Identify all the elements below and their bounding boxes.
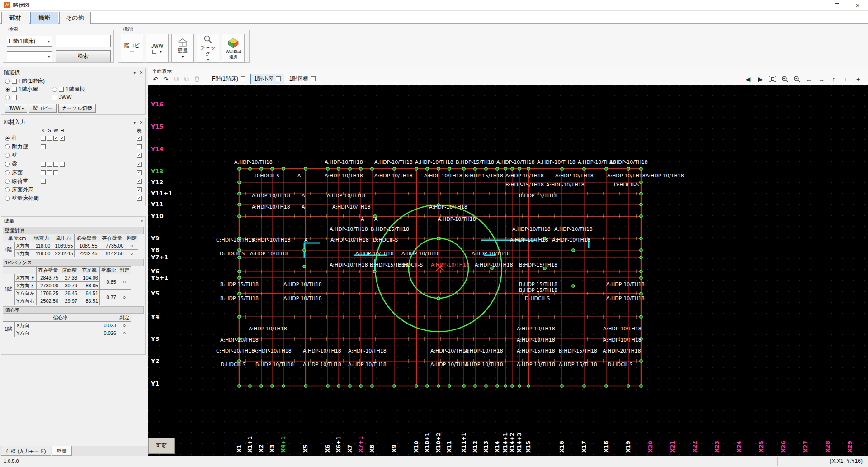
layer-toggle-koya[interactable]: 1階小屋 (250, 74, 284, 84)
part-checkbox[interactable] (41, 136, 46, 141)
part-checkbox[interactable] (53, 170, 58, 175)
anchor-dot (238, 270, 241, 273)
part-checkbox[interactable] (41, 144, 46, 149)
part-checkbox[interactable] (53, 162, 58, 167)
cad-canvas[interactable]: A:HDP-10/TH18A:HDP-10/TH18A:HDP-10/TH18A… (148, 85, 868, 456)
part-show-checkbox[interactable]: ✓ (137, 196, 142, 201)
paste-icon[interactable]: ⧉ (182, 75, 191, 84)
tab-others[interactable]: その他 (59, 12, 91, 24)
layer-toggle-yane[interactable]: 1階屋根 (286, 74, 320, 84)
part-checkbox[interactable] (41, 179, 46, 184)
floor-filter-select[interactable]: F階(1階床) ▾ (7, 36, 52, 47)
jww-checkbox[interactable] (152, 50, 156, 54)
delete-icon[interactable] (193, 75, 202, 84)
part-radio[interactable] (5, 187, 10, 192)
check-button[interactable]: チェック ▼ (197, 34, 219, 63)
wall-quantity-panel: 壁量 ▾ 壁量計算 単位:cm 地震力 風圧力 必要壁量 存在壁量 判定 1階 … (1, 216, 146, 355)
tab-parts[interactable]: 部材 (1, 12, 29, 24)
collapse-icon[interactable]: ▾ (133, 120, 136, 125)
part-checkbox[interactable] (41, 170, 46, 175)
part-show-checkbox[interactable]: ✓ (137, 162, 142, 167)
layer-toggle-f1[interactable]: F階(1階床) (208, 74, 249, 84)
floor-copy-button[interactable]: 階コピー (121, 34, 143, 63)
part-show-checkbox[interactable] (137, 144, 142, 149)
y-axis-label: Y16 (151, 101, 164, 108)
secondary-select[interactable]: ▾ (7, 51, 52, 62)
y-axis-label: Y7+1 (151, 254, 168, 261)
dropdown-icon[interactable]: ▼ (159, 50, 163, 54)
close-button[interactable]: × (847, 0, 868, 10)
pan-down-icon[interactable]: ↓ (841, 75, 850, 84)
search-input[interactable] (56, 35, 111, 47)
status-separator (777, 457, 778, 466)
layer-checkbox[interactable] (276, 76, 281, 81)
variable-mode-box[interactable]: 可変 (148, 438, 175, 454)
tab-functions[interactable]: 機能 (30, 12, 58, 24)
floor-copy-small-button[interactable]: 階コピー (29, 104, 57, 113)
part-show-checkbox[interactable]: ✓ (137, 136, 142, 141)
floor-radio-koya[interactable] (5, 87, 10, 92)
zoom-step-icon[interactable]: + (854, 75, 863, 84)
dropdown-icon[interactable]: ▼ (206, 58, 210, 62)
part-radio[interactable] (5, 179, 10, 184)
prev-page-icon[interactable]: ◀ (744, 75, 753, 84)
jww-menu-button[interactable]: JWW▾ (5, 104, 27, 113)
floor-checkbox-extra[interactable] (12, 95, 17, 100)
part-checkbox[interactable] (47, 162, 52, 167)
layer-checkbox[interactable] (241, 76, 245, 81)
cursor-toggle-button[interactable]: カーソル切替 (58, 104, 96, 113)
anchor-dot (349, 167, 351, 170)
part-show-checkbox[interactable]: ✓ (137, 187, 142, 192)
part-show-checkbox[interactable]: ✓ (137, 170, 142, 175)
part-radio[interactable] (5, 136, 10, 141)
search-button[interactable]: 検索 (56, 50, 111, 62)
floor-checkbox-yane[interactable] (59, 87, 64, 92)
part-show-checkbox[interactable]: ✓ (137, 153, 142, 158)
minimize-button[interactable] (806, 0, 826, 10)
undo-icon[interactable]: ↶ (151, 75, 160, 84)
part-show-checkbox[interactable]: ✓ (137, 179, 142, 184)
x-axis-label: X10 (413, 441, 420, 453)
maximize-button[interactable] (826, 0, 847, 10)
floor-checkbox-koya[interactable] (12, 87, 17, 92)
part-row-1: 耐力壁 (1, 143, 145, 151)
close-icon[interactable]: × (140, 119, 143, 126)
redo-icon[interactable]: ↷ (161, 75, 170, 84)
pan-left-icon[interactable]: ← (805, 75, 814, 84)
floor-radio-f1[interactable] (5, 79, 10, 84)
part-radio[interactable] (5, 144, 10, 149)
dropdown-icon[interactable]: ▼ (181, 55, 184, 59)
part-checkbox[interactable] (60, 162, 65, 167)
pan-right-icon[interactable]: → (817, 75, 826, 84)
collapse-icon[interactable]: ▾ (133, 71, 136, 75)
pan-up-icon[interactable]: ↑ (829, 75, 838, 84)
x-axis-label: X6+1 (335, 436, 342, 453)
jww-button[interactable]: JWW ▼ (146, 34, 169, 63)
collapse-icon[interactable]: ▾ (141, 219, 143, 224)
wall-calc-table: 単位:cm 地震力 風圧力 必要壁量 存在壁量 判定 1階 X方向 118.00… (3, 234, 138, 257)
zoom-out-icon[interactable] (793, 75, 802, 84)
copy-icon[interactable]: ⧉ (172, 75, 181, 84)
part-radio[interactable] (5, 162, 10, 167)
fit-view-icon[interactable] (768, 75, 777, 84)
floor-radio-yane[interactable] (52, 87, 57, 92)
floor-radio-extra[interactable] (5, 95, 10, 100)
wall-quantity-button[interactable]: 壁量 ▼ (171, 34, 194, 63)
part-checkbox[interactable] (47, 136, 52, 141)
close-icon[interactable]: × (140, 70, 143, 76)
part-checkbox[interactable]: ✓ (60, 136, 65, 141)
part-checkbox[interactable] (41, 162, 46, 167)
tab-spec-input-mode[interactable]: 仕様-(入力モード) (1, 446, 51, 456)
next-page-icon[interactable]: ▶ (756, 75, 765, 84)
part-checkbox[interactable] (47, 170, 52, 175)
floor-checkbox-f1[interactable] (12, 79, 17, 84)
part-radio[interactable] (5, 196, 10, 201)
layer-checkbox[interactable] (311, 76, 316, 81)
jww-layer-checkbox[interactable] (52, 95, 57, 100)
zoom-in-icon[interactable] (780, 75, 789, 84)
part-radio[interactable] (5, 170, 10, 175)
part-checkbox[interactable]: ✓ (53, 136, 58, 141)
tab-wall-quantity[interactable]: 壁量 (52, 446, 72, 456)
wallstat-button[interactable]: WallStat 連携 (222, 34, 245, 63)
part-radio[interactable] (5, 153, 10, 158)
